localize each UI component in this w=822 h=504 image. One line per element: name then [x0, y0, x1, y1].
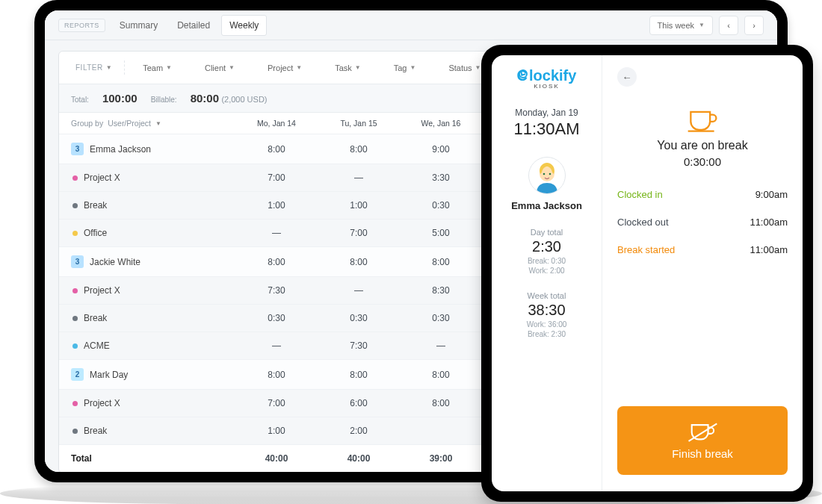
day-total-block: Day total 2:30 Break: 0:30 Work: 2:00	[528, 228, 566, 275]
tab-weekly[interactable]: Weekly	[221, 15, 267, 36]
tab-detailed[interactable]: Detailed	[169, 15, 218, 36]
svg-point-2	[548, 173, 551, 175]
col-day-2: We, Jan 16	[400, 119, 482, 128]
cell: —	[235, 228, 318, 238]
color-dot	[72, 401, 78, 406]
row-name: Emma Jackson	[90, 144, 151, 155]
billable-label: Billable:	[151, 96, 177, 104]
arrow-left-icon: ←	[622, 72, 632, 83]
cell: 8:30	[400, 285, 482, 296]
prev-week-button[interactable]: ‹	[719, 16, 738, 35]
clock-lines: Clocked in9:00amClocked out11:00amBreak …	[617, 189, 788, 255]
clock-line-value: 11:00am	[750, 244, 788, 255]
color-dot	[72, 429, 78, 434]
color-dot	[72, 231, 78, 236]
cell: 1:00	[235, 426, 318, 436]
chevron-down-icon: ▼	[155, 120, 161, 127]
row-name: Project X	[84, 285, 120, 296]
filter-label-text: Task	[335, 63, 352, 72]
group-by-value[interactable]: User/Project	[108, 119, 151, 128]
col-day-1: Tu, Jan 15	[318, 119, 400, 128]
billable-value: 80:00	[191, 92, 219, 105]
total-cell-0: 40:00	[235, 453, 318, 464]
kiosk-main: ← You are on break 0:30:00 Clocked in9:0…	[602, 55, 803, 491]
filter-label[interactable]: FILTER ▼	[68, 60, 125, 75]
cell: 3:30	[400, 172, 482, 183]
cell: 0:30	[400, 313, 482, 323]
day-break: Break: 0:30	[528, 257, 566, 265]
tablet-frame: Clockify KIOSK Monday, Jan 19 11:30AM Em…	[481, 45, 813, 502]
cell: 8:00	[235, 370, 318, 380]
cell: 8:00	[400, 370, 482, 380]
cell: —	[400, 340, 482, 351]
chevron-down-icon: ▼	[106, 64, 112, 71]
color-dot	[72, 316, 78, 321]
logo-text: lockify	[529, 67, 576, 84]
cell: 7:00	[318, 228, 400, 238]
svg-point-1	[543, 173, 545, 175]
filter-tag[interactable]: Tag ▼	[386, 60, 424, 75]
row-name: ACME	[84, 340, 110, 351]
row-name: Mark Day	[90, 370, 128, 380]
week-work: Work: 36:00	[527, 320, 567, 329]
cell: 7:30	[318, 340, 400, 351]
cell: 8:00	[400, 257, 482, 267]
finish-break-label: Finish break	[672, 447, 733, 460]
cell: —	[235, 340, 318, 351]
cell: 8:00	[318, 370, 400, 380]
kiosk-date: Monday, Jan 19	[515, 108, 578, 118]
next-week-button[interactable]: ›	[744, 16, 764, 35]
row-name: Office	[84, 228, 107, 238]
chevron-down-icon: ▼	[475, 64, 481, 71]
user-avatar	[528, 157, 566, 194]
tab-summary[interactable]: Summary	[111, 15, 166, 36]
count-badge: 2	[71, 368, 84, 381]
row-name: Project X	[84, 172, 120, 183]
cell: 8:00	[235, 257, 318, 267]
total-cell-1: 40:00	[318, 453, 400, 464]
cell: 1:00	[318, 200, 400, 211]
color-dot	[72, 288, 78, 293]
day-total-value: 2:30	[528, 238, 566, 255]
clock-line: Clocked out11:00am	[617, 217, 788, 228]
cell: 7:00	[235, 398, 318, 408]
chevron-down-icon: ▼	[355, 64, 361, 71]
back-button[interactable]: ←	[617, 67, 637, 87]
day-total-label: Day total	[528, 228, 566, 237]
week-total-value: 38:30	[527, 302, 567, 319]
kiosk-time: 11:30AM	[513, 119, 579, 139]
filter-team[interactable]: Team ▼	[135, 60, 179, 75]
chevron-down-icon: ▼	[699, 22, 705, 28]
cell: 8:00	[318, 257, 400, 267]
tablet-screen: Clockify KIOSK Monday, Jan 19 11:30AM Em…	[492, 55, 803, 491]
chevron-down-icon: ▼	[296, 64, 302, 71]
reports-badge: REPORTS	[58, 19, 105, 32]
row-name: Break	[84, 200, 107, 211]
filter-label-text: Client	[205, 63, 226, 72]
date-range-picker[interactable]: This week ▼	[649, 16, 713, 35]
row-name: Break	[84, 313, 107, 323]
clock-line-label: Break started	[617, 244, 675, 255]
cell: 0:30	[318, 313, 400, 323]
filter-task[interactable]: Task ▼	[327, 60, 368, 75]
clock-line: Break started11:00am	[617, 244, 788, 255]
break-duration: 0:30:00	[617, 155, 788, 168]
day-work: Work: 2:00	[528, 267, 566, 275]
week-total-label: Week total	[527, 291, 567, 300]
clock-line-value: 9:00am	[755, 189, 788, 200]
clockify-logo: Clockify	[517, 67, 577, 84]
filter-client[interactable]: Client ▼	[197, 60, 242, 75]
filter-project[interactable]: Project ▼	[260, 60, 309, 75]
kiosk-sidebar: Clockify KIOSK Monday, Jan 19 11:30AM Em…	[492, 55, 602, 491]
clock-line-label: Clocked in	[617, 189, 663, 200]
finish-break-button[interactable]: Finish break	[617, 406, 788, 475]
cell: —	[318, 285, 400, 296]
cell: 5:00	[400, 228, 482, 238]
chevron-down-icon: ▼	[410, 64, 415, 71]
count-badge: 3	[71, 255, 84, 268]
total-value: 100:00	[102, 92, 137, 105]
cell: 0:30	[400, 200, 482, 211]
kiosk-sublabel: KIOSK	[534, 83, 559, 90]
clock-line-value: 11:00am	[750, 217, 788, 228]
clock-line-label: Clocked out	[617, 217, 669, 228]
